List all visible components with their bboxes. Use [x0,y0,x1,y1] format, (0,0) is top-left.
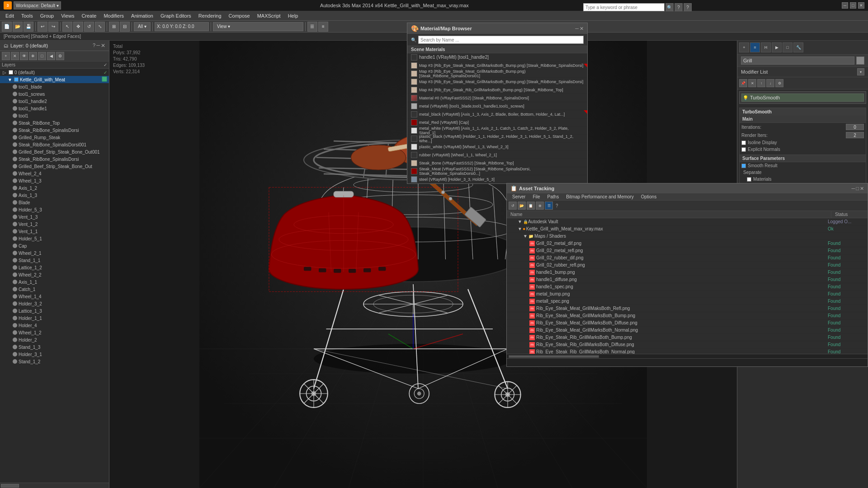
search-button[interactable]: 🔍 [665,3,674,11]
search-input[interactable] [583,3,665,11]
asset-menu-file[interactable]: File [529,193,543,200]
layer-item[interactable]: Stand_1_1 [0,257,109,264]
mat-item[interactable]: Map #3 (Rib_Eye_Steak_Meat_GrillMarksBot… [407,70,587,78]
undo-btn[interactable]: ↩ [38,22,47,32]
move-btn[interactable]: ✥ [73,22,83,32]
asset-item[interactable]: m Grill_02_metal_dif.png Found [507,240,868,247]
workspace-selector[interactable]: ─ Workspace: Default ▾ [14,1,61,9]
asset-item[interactable]: m Rib_Eye_Steak_Meat_GrillMarksBoth_Diff… [507,319,868,327]
snap-btn[interactable]: ⊞ [109,22,119,32]
mat-item[interactable]: metal (VRayMtl) [tool1_blade,tool1_handl… [407,102,587,110]
asset-item[interactable]: m Rib_Eye_Steak_Rib_GrillMarksBoth_Norma… [507,348,868,354]
new-btn[interactable]: 📄 [2,22,12,32]
menu-help[interactable]: Help [284,12,302,19]
maximize-button[interactable]: □ [850,2,856,9]
search-icon2[interactable]: ? [675,3,683,11]
mat-item[interactable]: Steak_Bone (VRayFastSSS2) [Steak_RibBone… [407,159,587,167]
explicit-normals-checkbox[interactable] [741,147,746,152]
menu-create[interactable]: Create [78,12,100,19]
motion-icon[interactable]: ▶ [772,42,782,52]
layer-item[interactable]: Wheel_1_4 [0,293,109,300]
asset-menu-paths[interactable]: Paths [544,193,563,200]
mat-browser-close[interactable]: ✕ [580,26,584,32]
help-icon[interactable]: ? [684,3,692,11]
layer-item[interactable]: Holder_3_1 [0,351,109,358]
layers-hscrollbar[interactable] [0,483,109,488]
mat-item[interactable]: metal_white (VRayMtl) [Axis_1_1, Axis_2_… [407,127,587,135]
asset-maximize[interactable]: □ [856,186,859,192]
layer-item[interactable]: tool1 [0,112,109,119]
minimize-button[interactable]: ─ [842,2,848,9]
redo-btn[interactable]: ↪ [48,22,58,32]
asset-item[interactable]: m Rib_Eye_Steak_Rib_GrillMarksBoth_Bump.… [507,334,868,341]
layer-item[interactable]: ▼ Kettle_Grill_with_Meat [0,76,109,83]
layer-item[interactable]: Wheel_2_1 [0,249,109,257]
layer-item[interactable]: Wheel_1_3 [0,177,109,184]
layer-item[interactable]: tool1_handle1 [0,105,109,112]
asset-item[interactable]: m Rib_Eye_Steak_Rib_GrillMarksBoth_Diffu… [507,341,868,348]
mat-item[interactable]: Map #4 (Rib_Eye_Steak_Rib_GrillMarksBoth… [407,86,587,94]
layer-item[interactable]: Wheel_2_2 [0,271,109,278]
mat-item[interactable]: handle1 (VRayMtl) [tool1_handle2] [407,53,587,61]
layer-checkbox[interactable] [9,70,13,75]
layer-item[interactable]: Vent_1_3 [0,213,109,221]
layer-item[interactable]: Vent_1_2 [0,221,109,228]
layer-item[interactable]: Lattice_1_2 [0,264,109,271]
layer-item[interactable]: Holder_1_1 [0,314,109,322]
layer-item[interactable]: tool1_handle2 [0,98,109,105]
layer-item[interactable]: Wheel_1_2 [0,329,109,336]
asset-item[interactable]: m metal_bump.png Found [507,291,868,298]
menu-maxscript[interactable]: MAXScript [254,12,284,19]
menu-rendering[interactable]: Rendering [195,12,225,19]
layers-close[interactable]: ✕ [101,42,105,49]
scale-btn[interactable]: ⤡ [95,22,105,32]
modifier-dropdown[interactable]: ▾ [857,68,864,75]
asset-item[interactable]: m metall_spec.png Found [507,298,868,305]
mat-item[interactable]: metal_Red (VRayMtl) [Cap] [407,118,587,127]
asset-browse[interactable]: 📂 [518,202,526,210]
asset-item[interactable]: m Grill_02_rubber_refl.png Found [507,262,868,269]
layers-delete[interactable]: ✕ [11,52,19,60]
mirror-btn[interactable]: ⊟ [120,22,130,32]
layer-item[interactable]: Steak_RibBone_SpinalisDorsi001 [0,141,109,148]
isoline-checkbox[interactable] [741,141,746,145]
layers-new[interactable]: + [2,52,10,60]
mat-item[interactable]: Steak_Meat (VRayFastSSS2) [Steak_RibBone… [407,167,587,175]
mat-item[interactable]: metal_black (VRayMtl) [Axis_1_3, Axis_2,… [407,110,587,118]
menu-modifiers[interactable]: Modifiers [100,12,127,19]
layer-item[interactable]: Axis_1_1 [0,278,109,286]
layer-item[interactable]: Stand_1_2 [0,358,109,365]
movedown-mod-icon[interactable]: ↓ [766,79,774,87]
layers-minimize[interactable]: ─ [96,42,100,49]
menu-animation[interactable]: Animation [127,12,157,19]
asset-copy[interactable]: 📋 [527,202,535,210]
layer-item[interactable]: Holder_2 [0,336,109,343]
configure-mod-icon[interactable]: ⚙ [775,79,783,87]
layer-item[interactable]: Axis_1_3 [0,192,109,199]
asset-help-icon[interactable]: ? [556,203,558,208]
asset-item[interactable]: ▼ ■ Kettle_Grill_with_Meat_max_vray.max … [507,225,868,233]
asset-filter-input[interactable] [509,359,866,366]
menu-edit[interactable]: Edit [2,12,18,19]
layer-item[interactable]: Grilled_Beef_Strip_Steak_Bone_Out [0,163,109,170]
mat-item[interactable]: plastic_black (VRayMtl) [Holder_1_1, Hol… [407,135,587,143]
mat-item[interactable]: rubber (VRayMtl) [Wheel_1_1, Wheel_2_1] [407,151,587,159]
layers-help[interactable]: ? [93,42,95,49]
layer-item[interactable]: Grilled_Rump_Steak [0,134,109,141]
layers-hide[interactable]: 👁 [20,52,28,60]
turbosmooth-item[interactable]: 💡 TurboSmooth [741,94,864,102]
layer-item[interactable]: tool1_screws [0,90,109,98]
layer-item[interactable]: Holder_4 [0,322,109,329]
mat-item[interactable]: Material #0 (VRayFastSSS2) [Steak_RibBon… [407,94,587,102]
selection-filter[interactable]: All ▾ [134,22,151,31]
mat-item[interactable]: plastic_white (VRayMtl) [Wheel_1_3, Whee… [407,143,587,151]
asset-item[interactable]: m Grill_02_rubber_dif.png Found [507,254,868,262]
mat-item[interactable]: Map #3 (Rib_Eye_Steak_Meat_GrillMarksBot… [407,78,587,86]
mat-item[interactable]: steel (VRayMtl) [Holder_3_3, Holder_5_3] [407,175,587,183]
select-btn[interactable]: ↖ [62,22,72,32]
asset-item[interactable]: m handle1_diffuse.png Found [507,276,868,283]
render-iters-input[interactable] [846,132,864,138]
layer-manager-btn[interactable]: ☰ [307,22,317,32]
layer-item[interactable]: Lattice_1_3 [0,307,109,314]
ribbon-btn[interactable]: ≡ [318,22,328,32]
